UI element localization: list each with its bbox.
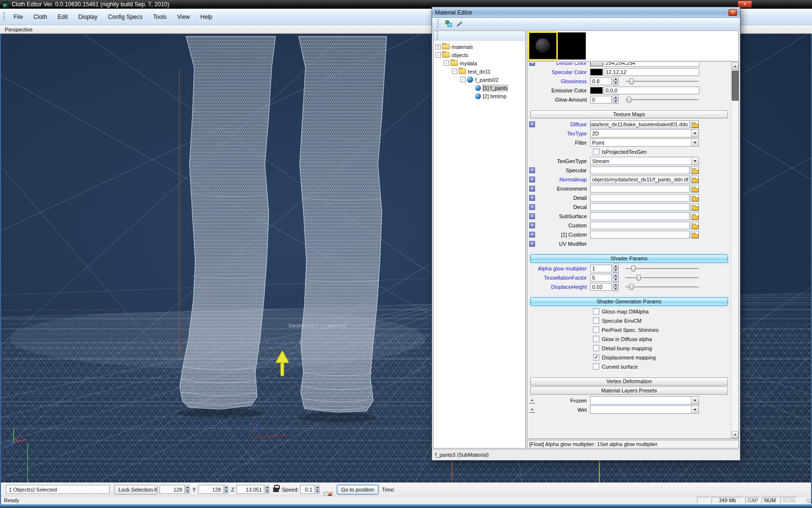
menu-item[interactable]: Cloth [28,12,52,22]
expander-icon[interactable] [529,223,535,228]
chevron-down-icon[interactable] [691,397,698,404]
checkbox[interactable] [593,317,599,324]
tree-item[interactable]: [1] f_pants [434,84,525,92]
value-field[interactable]: 1 [590,265,612,272]
slider[interactable] [625,265,699,272]
spinner[interactable] [613,282,619,291]
browse-folder-button[interactable] [691,212,699,220]
chevron-down-icon[interactable] [691,406,698,413]
y-spinner[interactable] [223,485,229,494]
scrollbar-thumb[interactable] [732,71,739,101]
expander-icon[interactable] [529,62,535,66]
spinner[interactable] [613,264,619,273]
pick-material-eyedropper-icon[interactable] [455,19,464,29]
color-value-field[interactable]: 12,12,12 [604,68,699,76]
checkbox[interactable] [593,336,599,342]
checkbox[interactable] [593,345,599,351]
texture-path-field[interactable]: objects/mydata/test_dx11/f_pants_ddn.tif [590,176,690,183]
browse-folder-button[interactable] [691,120,699,128]
browse-folder-button[interactable] [691,185,699,193]
menu-item[interactable]: Config Specs [102,12,147,22]
tree-expander-icon[interactable]: - [444,60,449,66]
lock-coordinates-icon[interactable] [273,488,279,492]
checkbox[interactable] [593,308,599,314]
slider[interactable] [625,274,699,282]
checkbox[interactable] [593,354,599,360]
tree-expander-icon[interactable]: - [435,52,441,58]
chevron-down-icon[interactable] [691,130,698,137]
browse-folder-button[interactable] [691,231,699,239]
expander-icon[interactable] [529,204,535,210]
tree-expander-icon[interactable]: + [435,44,441,49]
z-spinner[interactable] [264,485,270,494]
menu-item[interactable]: Edit [52,12,73,22]
properties-scrollbar[interactable] [731,62,739,438]
filter-dropdown[interactable]: Point [590,138,699,147]
expander-icon[interactable] [529,195,535,201]
shader-params-section-header[interactable]: Shader Params [530,254,728,263]
tree-item[interactable]: - mydata [434,59,525,67]
texture-path-field[interactable] [590,212,690,220]
layer-preset-dropdown[interactable] [590,405,699,414]
scroll-up-icon[interactable] [732,62,739,70]
checkbox[interactable] [593,327,599,333]
scroll-down-icon[interactable] [732,431,739,438]
material-preview-thumbnail[interactable] [558,32,586,60]
texture-path-field[interactable] [590,166,690,174]
slider[interactable] [625,77,699,85]
menu-item[interactable]: Help [195,12,218,22]
value-field[interactable]: 5 [590,274,612,282]
texture-path-field[interactable] [590,231,690,239]
browse-folder-button[interactable] [691,194,699,202]
chevron-down-icon[interactable] [691,157,698,164]
menu-item[interactable]: File [8,12,28,22]
tree-expander-icon[interactable]: - [460,77,465,82]
expander-icon[interactable] [529,177,535,182]
speed-spinner[interactable] [315,485,320,494]
lock-selection-button[interactable]: Lock Selection [114,485,158,494]
value-field[interactable]: 0.8 [590,77,612,85]
z-coordinate-input[interactable]: 13.051 [236,485,264,494]
menu-item[interactable]: View [172,12,195,22]
texture-path-field[interactable] [590,222,690,229]
expander-icon[interactable] [529,121,535,127]
shader-generation-params-header[interactable]: Shader Generation Params [530,298,728,306]
tree-item[interactable]: [2] bmImp [434,92,525,100]
expander-icon[interactable] [529,407,535,413]
expander-icon[interactable] [529,232,535,238]
resize-grip-icon[interactable] [806,498,811,503]
menu-item[interactable]: Tools [148,12,172,22]
texture-path-field[interactable] [590,185,690,193]
slider[interactable] [625,96,699,104]
texture-path-field[interactable] [590,194,690,202]
expander-icon[interactable] [529,167,535,173]
spinner[interactable] [613,273,619,282]
value-field[interactable]: 0.02 [590,283,612,291]
browse-folder-button[interactable] [691,166,699,174]
x-spinner[interactable] [185,485,190,494]
material-editor-titlebar[interactable]: Material Editor [432,7,740,18]
material-editor-close-button[interactable] [728,9,737,16]
spinner[interactable] [613,95,619,104]
expander-icon[interactable] [529,186,535,192]
x-coordinate-input[interactable]: 128 [160,485,185,494]
color-swatch[interactable] [590,69,603,75]
material-preview-thumbnail[interactable] [529,32,557,60]
texture-path-field[interactable] [590,203,690,211]
y-coordinate-input[interactable]: 128 [198,485,223,494]
expander-icon[interactable] [529,241,535,247]
menu-item[interactable]: Display [73,12,102,22]
color-value-field[interactable]: 0,0,0 [604,87,699,94]
spinner[interactable] [613,76,619,86]
goto-position-button[interactable]: Go to position [337,485,378,494]
speed-input[interactable]: 0.1 [300,485,315,494]
tree-item[interactable]: - test_dx11 [434,67,525,75]
layer-preset-dropdown[interactable] [590,396,699,404]
textype-dropdown[interactable]: 2D [590,129,699,137]
color-swatch[interactable] [590,87,603,94]
chevron-down-icon[interactable] [691,139,698,146]
slider[interactable] [625,283,699,291]
expander-icon[interactable] [529,398,535,403]
value-field[interactable]: 0 [590,96,612,104]
texture-maps-section-header[interactable]: Texture Maps [530,110,728,119]
